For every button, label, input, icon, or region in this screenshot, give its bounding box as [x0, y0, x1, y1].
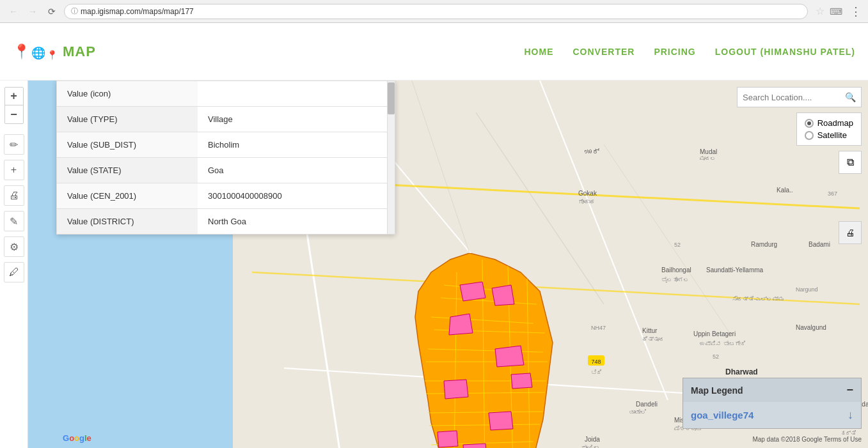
nav-pricing[interactable]: PRICING — [654, 47, 695, 57]
search-icon[interactable]: 🔍 — [845, 92, 856, 102]
svg-text:NH47: NH47 — [591, 325, 606, 331]
svg-text:ಸೌಂದತ್ತಿ-ಎಲ್ಲಮ್ಮ: ಸೌಂದತ್ತಿ-ಎಲ್ಲಮ್ಮ — [732, 296, 784, 302]
svg-text:ಊರ್: ಊರ್ — [585, 148, 599, 155]
google-logo: Google — [63, 433, 91, 443]
print-button[interactable]: 🖨 — [839, 221, 862, 244]
table-key: Value (icon) — [57, 81, 198, 107]
map-container[interactable]: + − ✏ + 🖨 ✎ ⚙ 🖊 — [0, 81, 868, 448]
svg-text:367: 367 — [828, 190, 837, 197]
map-background[interactable]: ಊರ್ Mudal ಮೂದಲ Gokak ಗೋಕಾಕ Kala.. 367 Ba… — [28, 81, 868, 448]
svg-marker-88 — [511, 373, 532, 389]
layers-button[interactable]: ⧉ — [839, 151, 862, 174]
svg-text:Ramdurg: Ramdurg — [751, 241, 777, 248]
svg-marker-83 — [495, 346, 524, 367]
map-credit: Map data ©2018 Google Terms of Use — [752, 436, 862, 443]
svg-text:Badami: Badami — [809, 241, 830, 248]
svg-text:Dandeli: Dandeli — [636, 401, 658, 408]
nav-converter[interactable]: CONVERTER — [573, 47, 635, 57]
svg-text:748: 748 — [591, 359, 601, 365]
browser-chrome: ← → ⟳ ⓘ map.igismap.com/maps/map/177 ☆ ⌨… — [0, 0, 868, 23]
legend-title: Map Legend — [691, 385, 743, 396]
scroll-thumb — [388, 82, 395, 114]
svg-marker-85 — [489, 412, 513, 430]
table-value: North Goa — [198, 209, 395, 235]
svg-marker-82 — [449, 314, 473, 335]
svg-marker-80 — [460, 282, 485, 301]
table-row: Value (SUB_DIST) Bicholim — [57, 132, 395, 158]
svg-text:ಉಪ್ಪಿನ ಬೇಟಗೇರಿ: ಉಪ್ಪಿನ ಬೇಟಗೇರಿ — [700, 341, 746, 347]
svg-text:ಗೋಕಾಕ: ಗೋಕಾಕ — [578, 199, 596, 205]
logo-icon: 📍 🌐 📍 — [13, 43, 58, 60]
print-icon: 🖨 — [846, 228, 855, 238]
layers-icon: ⧉ — [847, 157, 854, 168]
svg-marker-84 — [444, 380, 468, 399]
svg-text:Joida: Joida — [585, 436, 600, 443]
popup-scrollbar[interactable] — [387, 81, 395, 234]
svg-text:ಬಿದಿ: ಬಿದಿ — [591, 369, 602, 376]
search-input[interactable] — [743, 93, 845, 102]
table-key: Value (SUB_DIST) — [57, 132, 198, 158]
table-value: 3001000400008900 — [198, 183, 395, 209]
satellite-option[interactable]: Satellite — [805, 130, 853, 140]
table-key: Value (CEN_2001) — [57, 183, 198, 209]
legend-header: Map Legend − — [683, 378, 861, 402]
app-container: 📍 🌐 📍 MAP HOME CONVERTER PRICING LOGOUT … — [0, 23, 868, 448]
info-table: Value (icon) Value (TYPE) Village Value … — [57, 81, 395, 234]
left-sidebar: + − ✏ + 🖨 ✎ ⚙ 🖊 — [0, 81, 28, 448]
table-row: Value (DISTRICT) North Goa — [57, 209, 395, 235]
url-text: map.igismap.com/maps/map/177 — [81, 7, 194, 16]
search-box: 🔍 — [737, 87, 862, 107]
svg-text:ಜೋಯಿದಾ: ಜೋಯಿದಾ — [581, 445, 599, 448]
zoom-in-button[interactable]: + — [5, 88, 23, 105]
extensions-icon[interactable]: ⌨ — [830, 6, 842, 17]
legend-layer-name: goa_villege74 — [691, 410, 754, 421]
settings-icon[interactable]: ⚙ — [4, 236, 24, 257]
table-row: Value (CEN_2001) 3001000400008900 — [57, 183, 395, 209]
print-sidebar-icon[interactable]: 🖨 — [4, 185, 24, 206]
bookmark-icon[interactable]: ☆ — [816, 5, 825, 17]
legend-collapse-icon[interactable]: − — [846, 383, 853, 397]
table-value — [198, 81, 395, 107]
table-row: Value (STATE) Goa — [57, 158, 395, 183]
edit-icon[interactable]: ✏ — [4, 134, 24, 155]
roadmap-radio[interactable] — [805, 119, 814, 128]
address-bar[interactable]: ⓘ map.igismap.com/maps/map/177 — [64, 4, 808, 19]
info-popup: Value (icon) Value (TYPE) Village Value … — [56, 81, 395, 235]
back-button[interactable]: ← — [6, 4, 20, 19]
legend-body: goa_villege74 ↓ — [683, 402, 861, 428]
svg-marker-81 — [492, 285, 514, 305]
map-legend: Map Legend − goa_villege74 ↓ — [683, 378, 862, 429]
menu-icon[interactable]: ⋮ — [850, 4, 862, 19]
header: 📍 🌐 📍 MAP HOME CONVERTER PRICING LOGOUT … — [0, 23, 868, 81]
nav-logout[interactable]: LOGOUT (HIMANSHU PATEL) — [715, 47, 855, 57]
table-value: Bicholim — [198, 132, 395, 158]
forward-button[interactable]: → — [26, 4, 40, 19]
svg-text:Saundatti-Yellamma: Saundatti-Yellamma — [706, 266, 764, 274]
zoom-out-button[interactable]: − — [5, 105, 23, 123]
edit2-icon[interactable]: ✎ — [4, 211, 24, 231]
table-key: Value (TYPE) — [57, 107, 198, 132]
table-key: Value (STATE) — [57, 158, 198, 183]
svg-text:Nargund: Nargund — [796, 286, 818, 293]
legend-download-icon[interactable]: ↓ — [848, 408, 853, 422]
add-layer-icon[interactable]: + — [4, 160, 24, 180]
table-key: Value (DISTRICT) — [57, 209, 198, 235]
svg-text:Bailhongal: Bailhongal — [661, 266, 691, 274]
nav-home[interactable]: HOME — [525, 47, 554, 57]
table-value: Goa — [198, 158, 395, 183]
nav-right: HOME CONVERTER PRICING LOGOUT (HIMANSHU … — [525, 47, 856, 57]
svg-text:ಮೂದಲ: ಮೂದಲ — [700, 155, 716, 162]
roadmap-label: Roadmap — [817, 118, 853, 128]
reload-button[interactable]: ⟳ — [45, 4, 59, 19]
roadmap-option[interactable]: Roadmap — [805, 118, 853, 128]
svg-text:ಕಿತ್ತೂರ: ಕಿತ್ತೂರ — [642, 336, 665, 343]
table-row: Value (icon) — [57, 81, 395, 107]
svg-text:Uppin Betageri: Uppin Betageri — [693, 330, 736, 337]
svg-text:Mudal: Mudal — [700, 148, 717, 155]
svg-text:52: 52 — [713, 353, 719, 360]
satellite-label: Satellite — [817, 130, 847, 140]
logo-area: 📍 🌐 📍 MAP — [13, 43, 96, 60]
satellite-radio[interactable] — [805, 131, 814, 140]
svg-marker-89 — [438, 431, 458, 447]
eyedropper-icon[interactable]: 🖊 — [4, 262, 24, 282]
